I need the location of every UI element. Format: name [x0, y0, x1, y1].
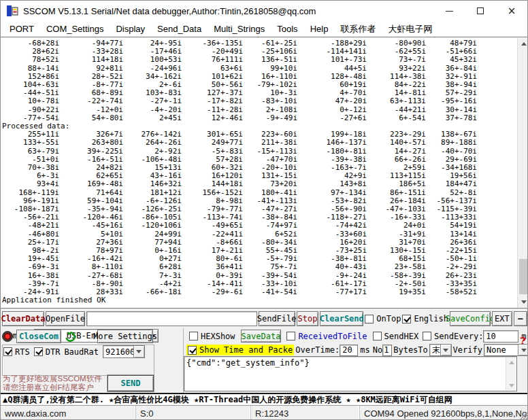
- sent-counter: S:0: [136, 406, 251, 420]
- scroll-down-button[interactable]: [506, 381, 516, 390]
- send-scrollbar[interactable]: [506, 357, 516, 390]
- data-value: 92+81i: [59, 65, 123, 73]
- send-text: {"cmd":"get_system_info"}: [186, 358, 310, 368]
- hex-show-checkbox[interactable]: HEXShow: [189, 332, 235, 341]
- data-value: 93+22i: [367, 65, 426, 73]
- data-value: -29+-6i: [182, 288, 243, 296]
- save-config-button[interactable]: SaveConfig: [450, 311, 491, 326]
- show-time-checkbox[interactable]: Show Time and Packe: [186, 345, 294, 355]
- menu-help[interactable]: Help: [304, 22, 335, 35]
- dtr-label: DTR: [46, 347, 61, 357]
- rts-checkbox[interactable]: RTS: [3, 347, 30, 357]
- scroll-down-button[interactable]: [518, 296, 528, 308]
- data-value: -5+-83i: [182, 147, 243, 156]
- maximize-button[interactable]: [465, 1, 496, 21]
- data-value: 75+-7i: [243, 263, 297, 271]
- clear-data-button[interactable]: ClearData: [2, 311, 44, 326]
- verify-select[interactable]: None: [484, 344, 528, 356]
- overtime-input[interactable]: [340, 345, 358, 356]
- dropdown-button[interactable]: [133, 346, 144, 357]
- baud-rate-select[interactable]: 921600: [103, 345, 145, 358]
- resize-grip[interactable]: [518, 410, 528, 420]
- data-value: 169+-48i: [59, 180, 123, 188]
- more-settings-button[interactable]: More Settings: [97, 330, 153, 343]
- menu-com-settings[interactable]: COM_Settings: [40, 22, 110, 35]
- dropdown-button[interactable]: [518, 345, 528, 355]
- website-link[interactable]: www.daxia.com: [1, 406, 136, 420]
- close-button[interactable]: ×: [496, 1, 527, 21]
- bytes-input[interactable]: [382, 345, 392, 356]
- clear-send-button[interactable]: ClearSend: [320, 311, 363, 326]
- data-value: 143+8i: [297, 180, 367, 188]
- terminal-row: 93+4i169+-48i146+32i144+18i73+20i143+8i1…: [2, 180, 528, 188]
- promo-text: 为了更好地发展SSCOM软件 请您注册嘉立创F结尾客户: [3, 374, 102, 392]
- close-com-button[interactable]: CloseCom: [16, 330, 61, 343]
- close-icon: ×: [508, 6, 516, 16]
- promo-line1[interactable]: 为了更好地发展SSCOM软件: [3, 374, 102, 383]
- data-value: 36+41i: [182, 263, 243, 271]
- scroll-thumb[interactable]: [519, 259, 528, 294]
- menu-tools[interactable]: Tools: [271, 22, 303, 35]
- data-value: 39+-225i: [59, 147, 123, 156]
- data-value: -83+-10i: [243, 97, 297, 105]
- send-every-checkbox[interactable]: SendEvery:: [423, 332, 483, 341]
- promo-line2[interactable]: 请您注册嘉立创F结尾客户: [3, 383, 102, 392]
- send-button[interactable]: SEND: [108, 375, 154, 391]
- data-value: -66+-18i: [123, 288, 182, 296]
- data-value: -24+96i: [123, 65, 182, 73]
- send-interval-input[interactable]: [483, 330, 518, 343]
- data-value: 146+-137i: [297, 139, 367, 147]
- open-file-button[interactable]: OpenFile: [46, 311, 85, 326]
- maximize-icon: [477, 7, 484, 14]
- menu-port[interactable]: PORT: [3, 22, 40, 35]
- data-value: 6+-54i: [367, 114, 426, 122]
- english-checkbox[interactable]: English: [402, 314, 448, 323]
- ext-button[interactable]: EXT: [492, 311, 512, 326]
- checkbox-icon: [189, 332, 198, 340]
- on-top-checkbox[interactable]: OnTop: [365, 314, 401, 323]
- file-path-input[interactable]: [86, 311, 257, 326]
- receive-terminal[interactable]: -68+28i-94+77i24+-95i-36+-135i-61+-25i-1…: [1, 37, 528, 309]
- baud-rate-value: 921600: [103, 347, 133, 357]
- collapse-button[interactable]: —: [514, 311, 527, 326]
- stop-button[interactable]: Stop: [297, 311, 319, 326]
- minimize-button[interactable]: [433, 1, 465, 21]
- port-panel: ComNum COM94 USB-Enhanced-SERIAL- CloseC…: [1, 328, 183, 393]
- scroll-up-button[interactable]: [518, 38, 528, 50]
- overtime-label: OverTime:: [295, 345, 340, 355]
- checkbox-icon: [373, 332, 382, 340]
- dropdown-button[interactable]: [440, 345, 451, 355]
- scroll-up-button[interactable]: [506, 357, 516, 367]
- english-label: English: [414, 314, 448, 323]
- data-value: 136+-51i: [243, 56, 297, 64]
- data-value: 144+18i: [182, 180, 243, 188]
- data-value: -180+-81i: [297, 147, 367, 156]
- title-bar: SSCOM V5.13.1 Serial/Net data debugger,A…: [1, 1, 527, 21]
- terminal-row: -77+-54i54+-80i2+45i12+-46i-9+-49i-27+6i…: [2, 114, 528, 122]
- terminal-row: 63+-79i39+-225i2+-92i-5+-83i-15+-113i-18…: [2, 147, 528, 156]
- send-hex-checkbox[interactable]: SendHEX: [373, 332, 419, 341]
- data-value: 73+20i: [243, 180, 297, 188]
- ad-bar[interactable]: ▲Q群满员了,没有第二个群. ★合宙高性价比4G模块 ★RT-Thread中国人…: [1, 393, 528, 406]
- no-label: No: [373, 345, 382, 355]
- save-data-button[interactable]: SaveData: [241, 330, 282, 343]
- checkbox-icon: [3, 347, 12, 356]
- menu-daxia-site[interactable]: 大虾电子网: [382, 22, 438, 37]
- data-value: 30+-14i: [426, 106, 477, 114]
- received-counter: R:12243: [251, 406, 360, 420]
- send-text-area[interactable]: {"cmd":"get_system_info"}: [184, 356, 517, 391]
- on-top-label: OnTop: [376, 314, 401, 323]
- refresh-ports-icon[interactable]: [65, 331, 76, 343]
- menu-display[interactable]: Display: [110, 22, 151, 35]
- menu-multi-strings[interactable]: Multi_Strings: [208, 22, 271, 35]
- menu-contact-author[interactable]: 联系作者: [334, 22, 382, 37]
- append-position-select[interactable]: 末尾: [429, 344, 452, 356]
- menu-send-data[interactable]: Send_Data: [151, 22, 208, 35]
- show-time-label: Show Time and Packe: [199, 345, 293, 355]
- data-value: 93+4i: [2, 180, 59, 188]
- dtr-checkbox[interactable]: DTR: [34, 347, 61, 357]
- data-value: 78+52i: [2, 56, 59, 64]
- received-to-file-checkbox[interactable]: ReceivedToFile: [286, 332, 367, 341]
- send-file-button[interactable]: SendFile: [259, 311, 295, 326]
- terminal-scrollbar[interactable]: [517, 38, 528, 308]
